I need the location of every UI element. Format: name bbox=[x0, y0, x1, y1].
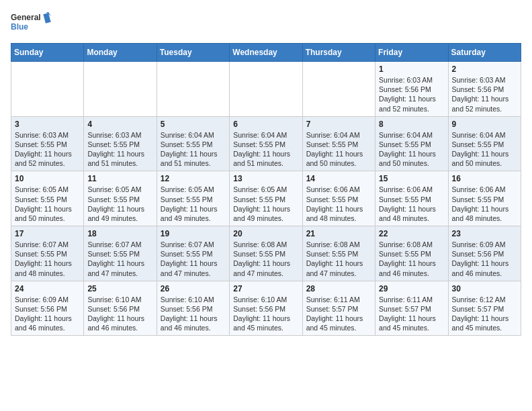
day-number: 28 bbox=[306, 284, 371, 293]
weekday-header: Tuesday bbox=[157, 44, 229, 62]
calendar-cell: 4Sunrise: 6:03 AM Sunset: 5:55 PM Daylig… bbox=[84, 116, 157, 171]
day-number: 26 bbox=[161, 284, 226, 293]
day-number: 30 bbox=[452, 284, 517, 293]
calendar-cell: 29Sunrise: 6:11 AM Sunset: 5:57 PM Dayli… bbox=[375, 281, 448, 336]
day-info: Sunrise: 6:04 AM Sunset: 5:55 PM Dayligh… bbox=[452, 130, 517, 169]
day-info: Sunrise: 6:06 AM Sunset: 5:55 PM Dayligh… bbox=[452, 185, 517, 223]
day-info: Sunrise: 6:04 AM Sunset: 5:55 PM Dayligh… bbox=[161, 130, 226, 169]
day-info: Sunrise: 6:03 AM Sunset: 5:56 PM Dayligh… bbox=[452, 75, 517, 113]
calendar-cell bbox=[230, 62, 302, 117]
day-number: 9 bbox=[452, 120, 517, 129]
calendar-cell: 20Sunrise: 6:08 AM Sunset: 5:55 PM Dayli… bbox=[230, 226, 302, 281]
calendar-cell: 12Sunrise: 6:05 AM Sunset: 5:55 PM Dayli… bbox=[157, 171, 229, 226]
day-number: 20 bbox=[233, 229, 298, 238]
calendar-cell: 21Sunrise: 6:08 AM Sunset: 5:55 PM Dayli… bbox=[302, 226, 375, 281]
calendar-cell: 14Sunrise: 6:06 AM Sunset: 5:55 PM Dayli… bbox=[302, 171, 375, 226]
day-info: Sunrise: 6:08 AM Sunset: 5:55 PM Dayligh… bbox=[306, 240, 371, 278]
calendar-cell: 23Sunrise: 6:09 AM Sunset: 5:56 PM Dayli… bbox=[448, 226, 521, 281]
day-info: Sunrise: 6:10 AM Sunset: 5:56 PM Dayligh… bbox=[233, 295, 298, 333]
day-info: Sunrise: 6:08 AM Sunset: 5:55 PM Dayligh… bbox=[379, 240, 444, 278]
day-number: 8 bbox=[379, 120, 444, 129]
calendar-cell: 18Sunrise: 6:07 AM Sunset: 5:55 PM Dayli… bbox=[84, 226, 157, 281]
svg-text:Blue: Blue bbox=[11, 22, 28, 32]
calendar-cell bbox=[84, 62, 157, 117]
day-number: 23 bbox=[452, 229, 517, 238]
day-number: 24 bbox=[15, 284, 80, 293]
day-info: Sunrise: 6:03 AM Sunset: 5:55 PM Dayligh… bbox=[15, 130, 80, 169]
day-number: 12 bbox=[161, 174, 226, 183]
day-info: Sunrise: 6:05 AM Sunset: 5:55 PM Dayligh… bbox=[233, 185, 298, 223]
day-number: 21 bbox=[306, 229, 371, 238]
day-number: 16 bbox=[452, 174, 517, 183]
day-number: 14 bbox=[306, 174, 371, 183]
calendar-cell: 15Sunrise: 6:06 AM Sunset: 5:55 PM Dayli… bbox=[375, 171, 448, 226]
day-number: 6 bbox=[233, 120, 298, 129]
weekday-header: Thursday bbox=[302, 44, 375, 62]
weekday-header: Monday bbox=[84, 44, 157, 62]
day-number: 13 bbox=[233, 174, 298, 183]
weekday-header: Friday bbox=[375, 44, 448, 62]
day-info: Sunrise: 6:11 AM Sunset: 5:57 PM Dayligh… bbox=[379, 295, 444, 333]
calendar-header-row: SundayMondayTuesdayWednesdayThursdayFrid… bbox=[11, 44, 521, 62]
calendar-cell: 24Sunrise: 6:09 AM Sunset: 5:56 PM Dayli… bbox=[11, 281, 84, 336]
calendar-cell bbox=[157, 62, 229, 117]
day-number: 4 bbox=[87, 120, 152, 129]
day-info: Sunrise: 6:11 AM Sunset: 5:57 PM Dayligh… bbox=[306, 295, 371, 333]
calendar-cell bbox=[11, 62, 84, 117]
calendar-cell: 10Sunrise: 6:05 AM Sunset: 5:55 PM Dayli… bbox=[11, 171, 84, 226]
day-info: Sunrise: 6:05 AM Sunset: 5:55 PM Dayligh… bbox=[87, 185, 152, 223]
day-number: 1 bbox=[379, 64, 444, 74]
day-number: 5 bbox=[161, 120, 226, 129]
day-number: 2 bbox=[452, 64, 517, 74]
day-number: 7 bbox=[306, 120, 371, 129]
day-info: Sunrise: 6:04 AM Sunset: 5:55 PM Dayligh… bbox=[306, 130, 371, 169]
day-number: 10 bbox=[15, 174, 80, 183]
calendar-cell: 2Sunrise: 6:03 AM Sunset: 5:56 PM Daylig… bbox=[448, 62, 521, 117]
day-info: Sunrise: 6:08 AM Sunset: 5:55 PM Dayligh… bbox=[233, 240, 298, 278]
day-number: 18 bbox=[87, 229, 152, 238]
calendar-cell bbox=[302, 62, 375, 117]
calendar-week-row: 10Sunrise: 6:05 AM Sunset: 5:55 PM Dayli… bbox=[11, 171, 521, 226]
calendar-cell: 5Sunrise: 6:04 AM Sunset: 5:55 PM Daylig… bbox=[157, 116, 229, 171]
day-number: 17 bbox=[15, 229, 80, 238]
logo: General Blue bbox=[11, 11, 51, 35]
calendar-cell: 7Sunrise: 6:04 AM Sunset: 5:55 PM Daylig… bbox=[302, 116, 375, 171]
calendar-cell: 27Sunrise: 6:10 AM Sunset: 5:56 PM Dayli… bbox=[230, 281, 302, 336]
calendar-cell: 6Sunrise: 6:04 AM Sunset: 5:55 PM Daylig… bbox=[230, 116, 302, 171]
day-info: Sunrise: 6:10 AM Sunset: 5:56 PM Dayligh… bbox=[161, 295, 226, 333]
weekday-header: Sunday bbox=[11, 44, 84, 62]
calendar-week-row: 3Sunrise: 6:03 AM Sunset: 5:55 PM Daylig… bbox=[11, 116, 521, 171]
day-number: 15 bbox=[379, 174, 444, 183]
calendar-cell: 22Sunrise: 6:08 AM Sunset: 5:55 PM Dayli… bbox=[375, 226, 448, 281]
day-info: Sunrise: 6:07 AM Sunset: 5:55 PM Dayligh… bbox=[87, 240, 152, 278]
calendar-cell: 19Sunrise: 6:07 AM Sunset: 5:55 PM Dayli… bbox=[157, 226, 229, 281]
calendar-week-row: 17Sunrise: 6:07 AM Sunset: 5:55 PM Dayli… bbox=[11, 226, 521, 281]
day-number: 22 bbox=[379, 229, 444, 238]
day-info: Sunrise: 6:04 AM Sunset: 5:55 PM Dayligh… bbox=[233, 130, 298, 169]
calendar-cell: 28Sunrise: 6:11 AM Sunset: 5:57 PM Dayli… bbox=[302, 281, 375, 336]
calendar-cell: 9Sunrise: 6:04 AM Sunset: 5:55 PM Daylig… bbox=[448, 116, 521, 171]
day-info: Sunrise: 6:12 AM Sunset: 5:57 PM Dayligh… bbox=[452, 295, 517, 333]
day-info: Sunrise: 6:06 AM Sunset: 5:55 PM Dayligh… bbox=[306, 185, 371, 223]
day-info: Sunrise: 6:09 AM Sunset: 5:56 PM Dayligh… bbox=[15, 295, 80, 333]
day-info: Sunrise: 6:07 AM Sunset: 5:55 PM Dayligh… bbox=[15, 240, 80, 278]
calendar-cell: 16Sunrise: 6:06 AM Sunset: 5:55 PM Dayli… bbox=[448, 171, 521, 226]
calendar-cell: 26Sunrise: 6:10 AM Sunset: 5:56 PM Dayli… bbox=[157, 281, 229, 336]
day-info: Sunrise: 6:06 AM Sunset: 5:55 PM Dayligh… bbox=[379, 185, 444, 223]
day-info: Sunrise: 6:03 AM Sunset: 5:55 PM Dayligh… bbox=[87, 130, 152, 169]
calendar-week-row: 1Sunrise: 6:03 AM Sunset: 5:56 PM Daylig… bbox=[11, 62, 521, 117]
day-number: 27 bbox=[233, 284, 298, 293]
day-info: Sunrise: 6:05 AM Sunset: 5:55 PM Dayligh… bbox=[161, 185, 226, 223]
logo-svg: General Blue bbox=[11, 11, 51, 35]
calendar-cell: 11Sunrise: 6:05 AM Sunset: 5:55 PM Dayli… bbox=[84, 171, 157, 226]
svg-text:General: General bbox=[11, 13, 41, 22]
calendar-cell: 17Sunrise: 6:07 AM Sunset: 5:55 PM Dayli… bbox=[11, 226, 84, 281]
day-number: 11 bbox=[87, 174, 152, 183]
day-info: Sunrise: 6:05 AM Sunset: 5:55 PM Dayligh… bbox=[15, 185, 80, 223]
day-number: 3 bbox=[15, 120, 80, 129]
day-info: Sunrise: 6:07 AM Sunset: 5:55 PM Dayligh… bbox=[161, 240, 226, 278]
calendar-cell: 25Sunrise: 6:10 AM Sunset: 5:56 PM Dayli… bbox=[84, 281, 157, 336]
day-info: Sunrise: 6:03 AM Sunset: 5:56 PM Dayligh… bbox=[379, 75, 444, 113]
day-number: 25 bbox=[87, 284, 152, 293]
day-number: 29 bbox=[379, 284, 444, 293]
